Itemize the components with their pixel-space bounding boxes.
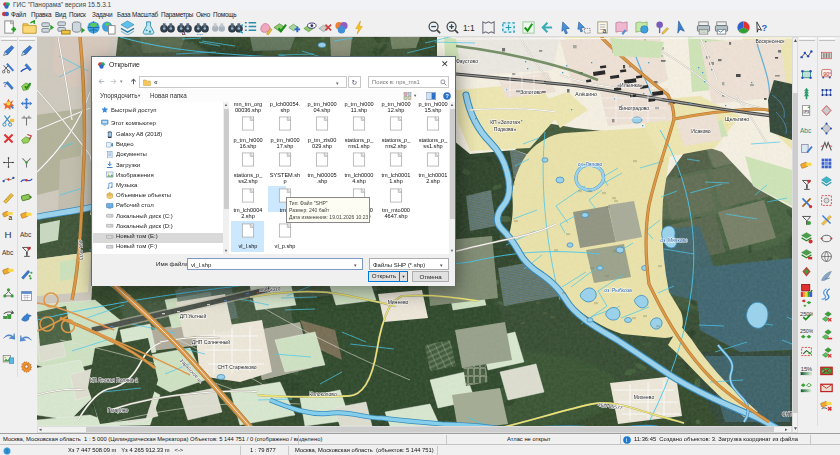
svg-text:Фаустово: Фаустово <box>456 58 478 64</box>
svg-text:СНТ "Бер: СНТ "Бер <box>782 411 792 417</box>
svg-text:Исаково: Исаково <box>691 128 710 134</box>
svg-text:Подкова»: Подкова» <box>494 126 517 132</box>
svg-text:Колоколово: Колоколово <box>309 391 337 397</box>
svg-text:Минеево: Минеево <box>388 299 409 305</box>
svg-text:250%: 250% <box>800 311 813 317</box>
svg-text:Михеево: Михеево <box>634 394 655 400</box>
svg-text:...: ... <box>197 28 203 35</box>
svg-text:Алёшино: Алёшино <box>575 91 597 97</box>
svg-text:Воскресенск: Воскресенск <box>755 38 785 44</box>
svg-text:«Ильинка»: «Ильинка» <box>617 82 643 88</box>
svg-text:Гагарино: Гагарино <box>108 407 129 413</box>
svg-text:1:1: 1:1 <box>463 23 475 33</box>
svg-text:СНТ Старниково: СНТ Старниково <box>217 364 256 370</box>
svg-text:a: a <box>9 214 13 221</box>
svg-text:ДП Уютный: ДП Уютный <box>180 313 207 319</box>
svg-text:JPG: JPG <box>804 110 810 114</box>
svg-text:a: a <box>603 27 607 34</box>
svg-text:?: ? <box>3 80 8 89</box>
svg-text:?: ? <box>762 23 768 33</box>
svg-text:КП Лесная Поляна-2: КП Лесная Поляна-2 <box>90 377 138 383</box>
svg-text:Abc: Abc <box>2 249 14 256</box>
svg-text:оз. Мячково: оз. Мячково <box>660 237 688 243</box>
svg-text:Щельпино: Щельпино <box>725 116 749 122</box>
svg-text:оз. Рыбхоза: оз. Рыбхоза <box>604 287 632 293</box>
svg-text:a: a <box>182 29 186 35</box>
svg-text:Золотово: Золотово <box>520 89 542 95</box>
svg-text:90°: 90° <box>823 71 831 77</box>
svg-text:оз. Ляпово: оз. Ляпово <box>578 161 603 167</box>
svg-text:Abc: Abc <box>20 231 32 238</box>
svg-text:250%: 250% <box>800 328 813 334</box>
svg-text:Abc: Abc <box>800 127 812 134</box>
svg-text:ДНП Солнечный: ДНП Солнечный <box>192 339 231 345</box>
svg-text:КП «Золотая: КП «Золотая <box>490 119 520 125</box>
svg-text:Виноградово: Виноградово <box>619 105 649 111</box>
svg-text:H: H <box>4 229 11 240</box>
svg-text:15%: 15% <box>801 366 812 372</box>
